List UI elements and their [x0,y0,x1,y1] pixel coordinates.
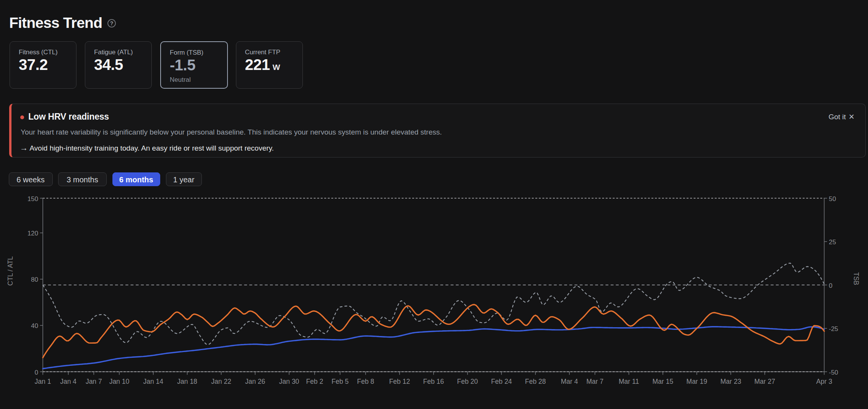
svg-text:Jan 7: Jan 7 [86,378,102,385]
svg-text:Jan 22: Jan 22 [211,378,231,385]
svg-text:Feb 20: Feb 20 [457,378,478,385]
svg-text:Feb 16: Feb 16 [423,378,444,385]
svg-text:Apr 3: Apr 3 [816,378,832,385]
svg-text:Jan 14: Jan 14 [143,378,164,385]
svg-text:25: 25 [829,239,836,246]
svg-text:Jan 18: Jan 18 [177,378,197,385]
svg-text:Jan 30: Jan 30 [279,378,299,385]
svg-text:Mar 7: Mar 7 [586,378,603,385]
svg-text:Mar 23: Mar 23 [720,378,741,385]
svg-text:Mar 4: Mar 4 [561,378,578,385]
svg-text:0: 0 [829,282,832,289]
svg-text:CTL / ATL: CTL / ATL [7,256,14,286]
svg-text:Feb 12: Feb 12 [389,378,410,385]
svg-text:Mar 15: Mar 15 [652,378,673,385]
svg-text:Jan 4: Jan 4 [60,378,76,385]
svg-text:Feb 28: Feb 28 [525,378,546,385]
svg-text:150: 150 [28,195,38,203]
svg-text:Jan 10: Jan 10 [109,378,130,385]
svg-text:40: 40 [31,322,38,329]
svg-text:80: 80 [31,276,38,283]
svg-text:0: 0 [35,369,38,376]
svg-text:50: 50 [829,195,836,203]
svg-text:TSB: TSB [852,272,860,285]
svg-text:Mar 19: Mar 19 [686,378,707,385]
svg-text:120: 120 [28,230,38,237]
svg-text:Jan 26: Jan 26 [245,378,265,385]
svg-text:Mar 27: Mar 27 [754,378,775,385]
svg-text:Jan 1: Jan 1 [35,378,51,385]
svg-text:Feb 5: Feb 5 [332,378,349,385]
svg-text:Feb 24: Feb 24 [491,378,512,385]
svg-text:Feb 8: Feb 8 [357,378,374,385]
svg-text:-25: -25 [829,325,839,333]
svg-text:Mar 11: Mar 11 [619,378,639,385]
svg-text:-50: -50 [829,369,839,376]
svg-text:Feb 2: Feb 2 [306,378,323,385]
